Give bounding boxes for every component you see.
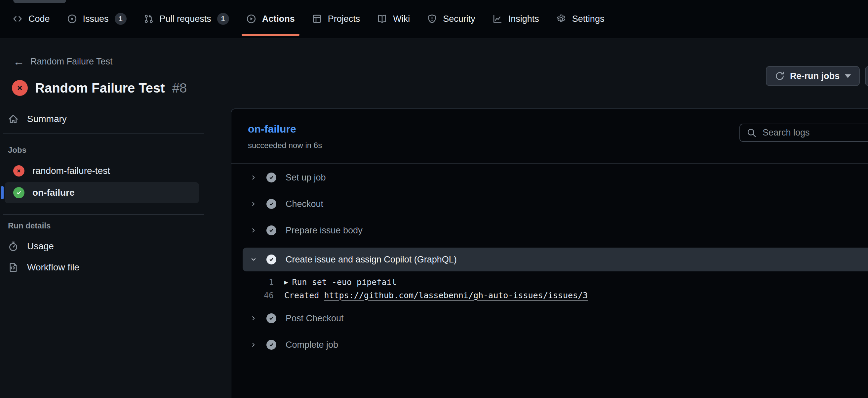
- chevron-right-icon: [251, 226, 256, 235]
- check-circle-icon: [267, 225, 276, 235]
- nav-tab-wiki[interactable]: Wiki: [369, 0, 418, 38]
- rerun-jobs-button[interactable]: Re-run jobs: [766, 66, 860, 86]
- step-prepare-issue-body[interactable]: Prepare issue body: [231, 217, 868, 244]
- sidebar-divider: [3, 214, 204, 215]
- nav-tab-issues[interactable]: Issues 1: [59, 0, 135, 38]
- chevron-right-icon: [251, 200, 256, 208]
- log-line: 46 Created https://github.com/lassebenni…: [231, 288, 868, 302]
- run-number: #8: [172, 81, 187, 95]
- chevron-down-icon: [845, 74, 851, 78]
- actions-run-page: Code Issues 1 Pull requests 1 Actions Pr…: [0, 0, 868, 398]
- nav-tab-security[interactable]: Security: [418, 0, 484, 38]
- step-name: Set up job: [286, 173, 326, 183]
- check-circle-icon: [13, 187, 25, 198]
- home-icon: [8, 114, 19, 124]
- step-name: Prepare issue body: [286, 225, 363, 236]
- file-code-icon: [8, 262, 19, 273]
- repo-nav: Code Issues 1 Pull requests 1 Actions Pr…: [0, 0, 868, 38]
- nav-tab-label: Code: [28, 14, 50, 24]
- nav-tab-pull-requests[interactable]: Pull requests 1: [135, 0, 238, 38]
- step-checkout[interactable]: Checkout: [231, 191, 868, 217]
- nav-tab-label: Security: [443, 14, 475, 24]
- shield-icon: [427, 14, 437, 24]
- issue-url-link[interactable]: https://github.com/lassebenni/gh-auto-is…: [324, 290, 588, 300]
- search-logs-box: [739, 124, 868, 142]
- git-pull-request-icon: [144, 14, 154, 24]
- nav-tab-actions[interactable]: Actions: [238, 0, 304, 38]
- chevron-right-icon: [251, 340, 256, 349]
- step-log-output: 1 ▶Run set -euo pipefail 46 Created http…: [231, 271, 868, 305]
- search-logs-input[interactable]: [763, 128, 868, 138]
- job-title-link[interactable]: on-failure: [248, 123, 296, 135]
- sidebar-job-on-failure[interactable]: on-failure: [5, 182, 199, 203]
- x-circle-icon: [13, 165, 25, 177]
- job-name: random-failure-test: [32, 165, 110, 176]
- log-line-content: ▶Run set -euo pipefail: [284, 277, 397, 287]
- issues-count-badge: 1: [115, 13, 127, 25]
- sidebar-item-workflow-file[interactable]: Workflow file: [8, 258, 79, 277]
- run-failure-icon: [12, 80, 28, 96]
- check-circle-icon: [267, 254, 276, 265]
- job-status-line: succeeded now in 6s: [248, 141, 322, 150]
- breadcrumb[interactable]: ← Random Failure Test: [13, 55, 113, 68]
- breadcrumb-label: Random Failure Test: [30, 57, 113, 67]
- step-name: Post Checkout: [286, 313, 344, 324]
- log-line: 1 ▶Run set -euo pipefail: [231, 275, 868, 288]
- cutoff-button-right[interactable]: [865, 66, 868, 86]
- chevron-down-icon: [251, 255, 256, 264]
- sidebar-item-summary[interactable]: Summary: [8, 110, 67, 128]
- back-arrow-icon: ←: [13, 56, 25, 67]
- check-circle-icon: [267, 340, 276, 350]
- check-circle-icon: [267, 199, 276, 209]
- code-icon: [12, 14, 23, 24]
- nav-tab-label: Wiki: [393, 14, 410, 24]
- book-icon: [377, 14, 387, 24]
- graph-icon: [493, 14, 502, 24]
- pull-requests-count-badge: 1: [217, 13, 229, 25]
- steps-list: Set up job Checkout Prepare issue body: [231, 164, 868, 358]
- step-set-up-job[interactable]: Set up job: [231, 164, 868, 191]
- job-name: on-failure: [32, 187, 75, 198]
- check-circle-icon: [267, 173, 276, 182]
- log-line-number[interactable]: 1: [231, 277, 274, 287]
- sidebar-item-label: Summary: [27, 114, 67, 124]
- expand-triangle-icon[interactable]: ▶: [284, 278, 288, 285]
- stopwatch-icon: [8, 241, 19, 251]
- run-details-section-label: Run details: [8, 221, 51, 231]
- chevron-right-icon: [251, 314, 256, 323]
- job-log-header: on-failure succeeded now in 6s: [231, 109, 868, 164]
- step-complete-job[interactable]: Complete job: [231, 332, 868, 358]
- nav-tab-label: Settings: [572, 14, 604, 24]
- selected-job-indicator: [1, 186, 4, 199]
- run-title: Random Failure Test #8: [12, 80, 187, 96]
- step-name: Create issue and assign Copilot (GraphQL…: [286, 254, 457, 265]
- log-line-number[interactable]: 46: [231, 290, 274, 300]
- nav-tab-code[interactable]: Code: [4, 0, 59, 38]
- log-text: Run set -euo pipefail: [292, 277, 396, 287]
- nav-tab-label: Pull requests: [160, 14, 211, 24]
- play-icon: [246, 14, 256, 24]
- job-log-panel: on-failure succeeded now in 6s Set up jo…: [231, 109, 868, 398]
- nav-tab-insights[interactable]: Insights: [484, 0, 548, 38]
- log-text: Created: [284, 290, 324, 300]
- nav-tab-settings[interactable]: Settings: [548, 0, 613, 38]
- log-line-content: Created https://github.com/lassebenni/gh…: [284, 290, 588, 300]
- sidebar-item-usage[interactable]: Usage: [8, 237, 54, 255]
- sidebar-item-label: Usage: [27, 241, 54, 251]
- step-post-checkout[interactable]: Post Checkout: [231, 305, 868, 332]
- gear-icon: [556, 14, 566, 24]
- jobs-section-label: Jobs: [8, 146, 26, 155]
- check-circle-icon: [267, 313, 276, 323]
- nav-tab-label: Actions: [262, 14, 295, 24]
- sync-icon: [775, 71, 785, 81]
- nav-tab-projects[interactable]: Projects: [304, 0, 369, 38]
- page-title: Random Failure Test: [35, 81, 165, 95]
- nav-tab-label: Insights: [508, 14, 539, 24]
- project-icon: [312, 14, 322, 24]
- step-name: Checkout: [286, 199, 323, 209]
- nav-tab-label: Issues: [83, 14, 109, 24]
- step-create-issue-expanded[interactable]: Create issue and assign Copilot (GraphQL…: [243, 248, 868, 271]
- search-icon: [747, 128, 756, 138]
- rerun-jobs-label: Re-run jobs: [790, 71, 840, 81]
- sidebar-job-random-failure-test[interactable]: random-failure-test: [5, 160, 199, 182]
